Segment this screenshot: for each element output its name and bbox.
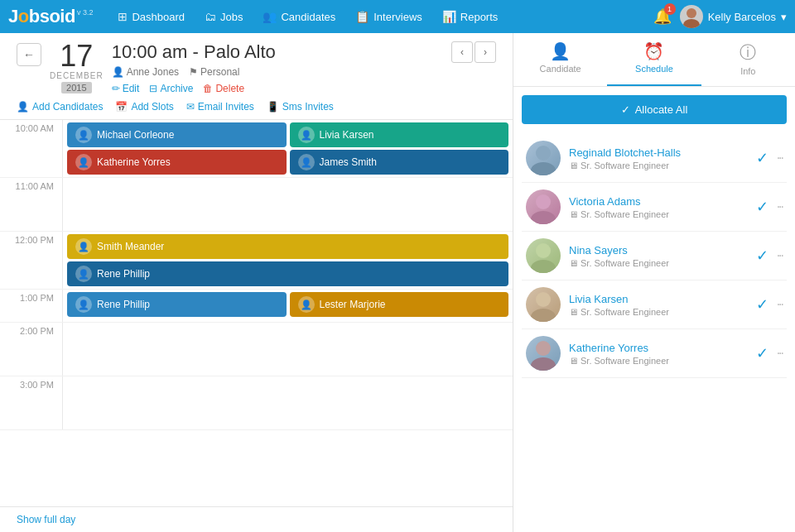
header-right: ‹ › [451, 41, 496, 63]
event-pill-icon: 👤 [75, 127, 92, 143]
allocate-all-button[interactable]: ✓ Allocate All [522, 95, 787, 124]
event-pill[interactable]: 👤 James Smith [290, 150, 509, 175]
allocate-check-icon[interactable]: ✓ [756, 198, 768, 216]
event-pill-icon: 👤 [75, 266, 92, 282]
event-pill[interactable]: 👤 Katherine Yorres [67, 150, 287, 175]
add-slots-button[interactable]: 📅 Add Slots [115, 101, 173, 113]
email-icon: ✉ [186, 101, 195, 113]
check-circle-icon: ✓ [621, 103, 630, 116]
candidate-role: 🖥 Sr. Software Engineer [569, 209, 748, 219]
time-label: 11:00 AM [0, 178, 62, 231]
more-options-icon[interactable]: ··· [777, 248, 783, 263]
allocate-check-icon[interactable]: ✓ [756, 295, 768, 314]
show-full-day-link[interactable]: Show full day [0, 506, 513, 532]
svg-point-9 [531, 309, 556, 322]
edit-button[interactable]: ✏ Edit [112, 83, 140, 94]
candidate-row: Nina Sayers 🖥 Sr. Software Engineer ✓ ··… [522, 232, 787, 280]
svg-point-7 [531, 260, 556, 273]
more-options-icon[interactable]: ··· [777, 346, 783, 361]
notification-bell[interactable]: 🔔 1 [653, 7, 672, 26]
computer-icon: 🖥 [569, 209, 578, 219]
nav-jobs[interactable]: 🗂 Jobs [196, 7, 251, 26]
event-meta: 👤 Anne Jones ⚑ Personal [112, 66, 276, 78]
time-content [62, 376, 513, 429]
delete-button[interactable]: 🗑 Delete [203, 83, 244, 94]
email-invites-button[interactable]: ✉ Email Invites [186, 101, 254, 113]
svg-point-11 [531, 357, 556, 371]
add-slots-icon: 📅 [115, 101, 128, 113]
nav-items: ⊞ Dashboard 🗂 Jobs 👥 Candidates 📋 Interv… [109, 7, 653, 26]
event-header-row: ← 17 DECEMBER 2015 10:00 am - Palo Alto … [0, 33, 513, 94]
event-pill[interactable]: 👤 Smith Meander [67, 234, 508, 259]
event-pill[interactable]: 👤 Lester Marjorie [290, 292, 509, 317]
interviews-icon: 📋 [355, 10, 369, 23]
time-label: 10:00 AM [0, 120, 62, 177]
candidate-info: Victoria Adams 🖥 Sr. Software Engineer [569, 195, 748, 219]
candidate-name: Nina Sayers [569, 244, 748, 256]
header-left: ← 17 DECEMBER 2015 10:00 am - Palo Alto … [17, 41, 276, 94]
event-pill[interactable]: 👤 Rene Phillip [67, 292, 287, 317]
svg-point-1 [683, 19, 700, 28]
nav-right: 🔔 1 Kelly Barcelos ▾ [653, 5, 787, 28]
prev-button[interactable]: ‹ [451, 41, 473, 63]
more-options-icon[interactable]: ··· [777, 297, 783, 312]
calendar-area[interactable]: 10:00 AM 👤 Michael Corleone 👤 Livia Kars… [0, 120, 513, 506]
version-label: v 3.2 [77, 8, 94, 17]
candidate-info: Livia Karsen 🖥 Sr. Software Engineer [569, 293, 748, 317]
time-content-row: 👤 Smith Meander [67, 234, 508, 259]
type-meta: ⚑ Personal [189, 66, 239, 78]
more-options-icon[interactable]: ··· [777, 199, 783, 214]
schedule-tab-icon: ⏰ [643, 41, 664, 61]
nav-reports[interactable]: 📊 Reports [434, 7, 507, 26]
svg-point-10 [536, 341, 551, 356]
calendar-scroll: 10:00 AM 👤 Michael Corleone 👤 Livia Kars… [0, 120, 513, 430]
event-pill[interactable]: 👤 Michael Corleone [67, 122, 287, 147]
archive-icon: ⊟ [149, 83, 157, 94]
back-button[interactable]: ← [17, 43, 41, 66]
nav-dashboard[interactable]: ⊞ Dashboard [109, 7, 193, 26]
tab-schedule[interactable]: ⏰ Schedule [607, 33, 701, 86]
allocate-check-icon[interactable]: ✓ [756, 247, 768, 265]
flag-icon: ⚑ [189, 66, 198, 78]
time-slot: 3:00 PM [0, 376, 513, 430]
toolbar: 👤 Add Candidates 📅 Add Slots ✉ Email Inv… [0, 94, 513, 120]
allocate-check-icon[interactable]: ✓ [756, 344, 768, 362]
time-label: 2:00 PM [0, 323, 62, 376]
event-pill-icon: 👤 [75, 154, 92, 170]
svg-point-4 [536, 194, 551, 209]
allocate-check-icon[interactable]: ✓ [756, 149, 768, 167]
date-number: 17 [50, 41, 104, 71]
nav-candidates[interactable]: 👥 Candidates [254, 7, 344, 26]
brand-logo: Jobsoid v 3.2 [8, 6, 93, 27]
more-options-icon[interactable]: ··· [777, 151, 783, 165]
computer-icon: 🖥 [569, 356, 578, 366]
candidate-avatar [526, 287, 561, 322]
time-content: 👤 Smith Meander 👤 Rene Phillip [62, 232, 513, 289]
nav-arrows: ‹ › [451, 41, 496, 63]
computer-icon: 🖥 [569, 258, 578, 268]
add-candidates-button[interactable]: 👤 Add Candidates [17, 101, 103, 113]
time-slot: 12:00 PM 👤 Smith Meander 👤 Rene Phillip [0, 232, 513, 290]
event-pill[interactable]: 👤 Livia Karsen [290, 122, 509, 147]
candidate-role: 🖥 Sr. Software Engineer [569, 258, 748, 268]
tab-candidate[interactable]: 👤 Candidate [513, 33, 607, 86]
nav-interviews[interactable]: 📋 Interviews [347, 7, 431, 26]
event-pill-icon: 👤 [298, 296, 315, 313]
time-slot: 1:00 PM 👤 Rene Phillip 👤 Lester Marjorie [0, 290, 513, 323]
svg-point-5 [531, 211, 556, 224]
tab-info[interactable]: ⓘ Info [701, 33, 795, 86]
right-panel: 👤 Candidate ⏰ Schedule ⓘ Info ✓ Allocate… [513, 33, 795, 532]
archive-button[interactable]: ⊟ Archive [149, 83, 193, 94]
user-menu[interactable]: Kelly Barcelos ▾ [680, 5, 787, 28]
candidate-avatar [526, 238, 561, 273]
time-label: 1:00 PM [0, 290, 62, 322]
next-button[interactable]: › [475, 41, 496, 63]
logo-text: Jobsoid [8, 6, 75, 27]
delete-icon: 🗑 [203, 83, 213, 94]
event-pill[interactable]: 👤 Rene Phillip [67, 261, 508, 286]
sms-invites-button[interactable]: 📱 Sms Invites [267, 101, 334, 113]
left-panel: ← 17 DECEMBER 2015 10:00 am - Palo Alto … [0, 33, 513, 532]
candidate-name: Livia Karsen [569, 293, 748, 305]
event-pill-icon: 👤 [298, 127, 315, 143]
time-content [62, 178, 513, 231]
